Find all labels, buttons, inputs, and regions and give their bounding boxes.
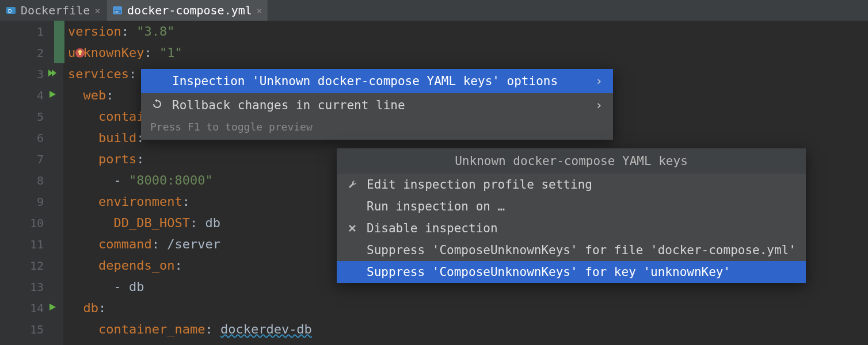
close-icon[interactable]: × [94, 5, 100, 16]
code-text: DD_DB_HOST: db [68, 216, 220, 230]
line-number: 1 [25, 25, 44, 39]
run-icon[interactable] [47, 89, 58, 102]
line-number: 15 [25, 323, 44, 336]
intention-item-label: Inspection 'Unknown docker-compose YAML … [172, 74, 558, 88]
rollback-icon [151, 98, 163, 113]
code-text: contai [68, 109, 144, 124]
compose-file-icon: DC [112, 5, 123, 16]
intention-item[interactable]: Rollback changes in current line› [141, 93, 613, 117]
chevron-right-icon: › [595, 98, 603, 112]
gutter-row[interactable]: 6 [0, 127, 63, 148]
code-text: environment: [68, 194, 190, 209]
gutter-row[interactable]: 13 [0, 276, 63, 297]
gutter: 123456789101112131415 [0, 21, 63, 345]
submenu-item-label: Disable inspection [367, 221, 498, 235]
code-line[interactable]: db: [68, 297, 868, 319]
svg-marker-10 [50, 91, 56, 98]
code-text: ports: [68, 152, 144, 166]
tab-docker-compose[interactable]: DC docker-compose.yml × [106, 0, 268, 21]
svg-rect-14 [79, 53, 81, 55]
error-bulb-icon[interactable] [75, 42, 86, 63]
code-line[interactable]: unknownKey: "1" [68, 42, 868, 63]
submenu-item[interactable]: Disable inspection [337, 217, 806, 239]
line-number: 5 [25, 110, 44, 124]
run-icon[interactable] [47, 301, 58, 315]
code-line[interactable]: container_name: dockerdev-db [68, 319, 868, 340]
popup-hint: Press F1 to toggle preview [141, 117, 613, 140]
gutter-row[interactable]: 14 [0, 297, 63, 319]
svg-marker-9 [52, 70, 56, 76]
svg-point-13 [78, 50, 82, 53]
code-line[interactable]: version: "3.8" [68, 21, 868, 42]
run-all-icon[interactable] [47, 67, 58, 81]
close-icon[interactable]: × [257, 5, 262, 16]
editor: 1 3 123456789101112131415 version: "3.8"… [0, 21, 868, 345]
line-number: 9 [25, 195, 44, 209]
line-number: 7 [25, 152, 44, 166]
svg-marker-15 [155, 99, 157, 102]
gutter-row[interactable]: 8 [0, 170, 63, 191]
submenu-title: Unknown docker-compose YAML keys [337, 148, 806, 174]
code-text: services: [68, 67, 136, 81]
tab-dockerfile[interactable]: D Dockerfile × [0, 0, 106, 21]
gutter-row[interactable]: 11 [0, 233, 63, 255]
line-number: 3 [25, 67, 44, 81]
line-number: 10 [25, 216, 44, 230]
code-text: - "8000:8000" [68, 173, 213, 187]
code-text: command: /server [68, 237, 220, 251]
intention-item-label: Rollback changes in current line [172, 98, 405, 112]
submenu-item-label: Edit inspection profile setting [367, 178, 592, 191]
submenu-item[interactable]: Edit inspection profile setting [337, 174, 806, 195]
line-number: 8 [25, 174, 44, 187]
intention-item[interactable]: Inspection 'Unknown docker-compose YAML … [141, 69, 613, 93]
submenu-item-label: Suppress 'ComposeUnknownKeys' for key 'u… [367, 265, 730, 279]
tab-label: Dockerfile [21, 3, 90, 17]
line-number: 2 [25, 46, 44, 60]
gutter-row[interactable]: 5 [0, 106, 63, 127]
gutter-row[interactable]: 9 [0, 191, 63, 212]
chevron-right-icon: › [595, 74, 603, 88]
disable-icon [346, 224, 359, 233]
svg-text:DC: DC [115, 10, 120, 14]
line-number: 6 [25, 131, 44, 145]
code-text: - db [68, 279, 144, 294]
gutter-row[interactable]: 12 [0, 255, 63, 276]
code-text: container_name: dockerdev-db [68, 322, 312, 336]
code-text: version: "3.8" [68, 24, 174, 39]
line-number: 11 [25, 237, 44, 251]
code-text: build: [68, 131, 152, 145]
line-number: 13 [25, 280, 44, 294]
svg-text:D: D [8, 8, 12, 14]
gutter-row[interactable]: 7 [0, 148, 63, 170]
gutter-row[interactable]: 4 [0, 85, 63, 106]
wrench-icon [346, 179, 359, 190]
gutter-row[interactable]: 10 [0, 212, 63, 233]
dockerfile-icon: D [6, 5, 16, 16]
line-number: 12 [25, 259, 44, 273]
submenu-item-label: Run inspection on … [367, 200, 505, 213]
vcs-change-marker [54, 42, 64, 63]
intention-popup: Inspection 'Unknown docker-compose YAML … [141, 69, 613, 140]
code-text: web: [68, 88, 114, 102]
submenu-item[interactable]: Suppress 'ComposeUnknownKeys' for file '… [337, 239, 806, 261]
submenu-item[interactable]: Run inspection on … [337, 195, 806, 217]
line-number: 4 [25, 89, 44, 102]
submenu-item[interactable]: Suppress 'ComposeUnknownKeys' for key 'u… [337, 261, 806, 283]
svg-marker-11 [50, 304, 56, 310]
gutter-row[interactable]: 3 [0, 63, 63, 85]
vcs-change-marker [54, 21, 64, 42]
code-text: depends_on: [68, 258, 182, 273]
intention-submenu: Unknown docker-compose YAML keysEdit ins… [337, 148, 806, 283]
tab-bar: D Dockerfile × DC docker-compose.yml × [0, 0, 868, 21]
line-number: 14 [25, 301, 44, 315]
tab-label: docker-compose.yml [127, 3, 252, 17]
submenu-item-label: Suppress 'ComposeUnknownKeys' for file '… [367, 243, 796, 257]
code-text: db: [68, 301, 106, 315]
gutter-row[interactable]: 15 [0, 319, 63, 340]
